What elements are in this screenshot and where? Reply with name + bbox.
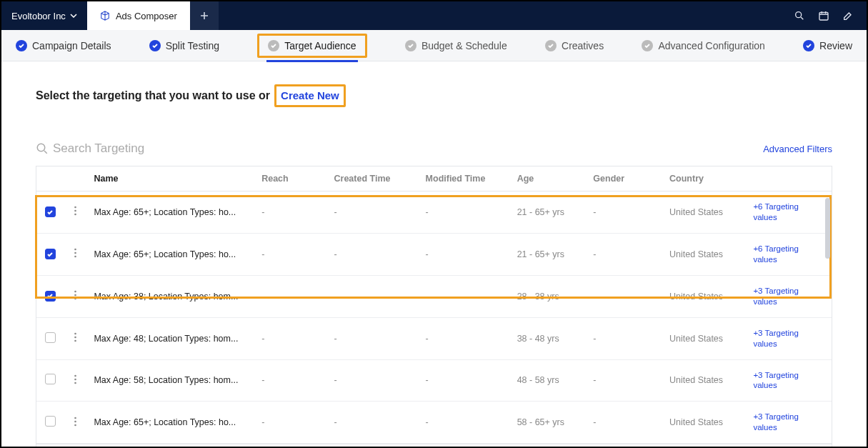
- check-icon: [149, 40, 161, 51]
- row-menu-button[interactable]: [74, 419, 76, 429]
- prompt-text: Select the targeting that you want to us…: [36, 89, 270, 102]
- cell-modified: -: [419, 317, 510, 359]
- svg-rect-1: [819, 12, 828, 20]
- cell-created: -: [327, 359, 419, 402]
- row-checkbox[interactable]: [45, 374, 56, 384]
- svg-point-5: [74, 214, 76, 216]
- svg-point-20: [74, 424, 76, 427]
- cell-gender: -: [586, 402, 662, 444]
- step-split-testing[interactable]: Split Testing: [149, 40, 219, 51]
- step-label: Budget & Schedule: [421, 40, 507, 51]
- cell-created: -: [327, 191, 419, 234]
- cell-name: Max Age: 65+; Location Types: ho...: [86, 191, 254, 234]
- svg-point-18: [74, 417, 76, 419]
- svg-point-13: [74, 337, 76, 339]
- cell-age: 58 - 65+ yrs: [510, 402, 587, 444]
- main-content: Select the targeting that you want to us…: [1, 61, 867, 448]
- row-checkbox[interactable]: [45, 416, 56, 427]
- table-row[interactable]: Max Age: 58; Location Types: hom... - - …: [36, 359, 832, 402]
- row-menu-button[interactable]: [74, 208, 76, 218]
- step-campaign-details[interactable]: Campaign Details: [16, 40, 111, 51]
- targeting-values-link[interactable]: +6 Targeting values: [753, 244, 824, 265]
- targeting-values-link[interactable]: +3 Targeting values: [753, 412, 824, 433]
- step-creatives[interactable]: Creatives: [545, 40, 604, 51]
- svg-point-6: [74, 249, 76, 251]
- check-icon: [405, 40, 416, 51]
- tab-label: Ads Composer: [116, 11, 177, 21]
- svg-point-2: [37, 144, 45, 151]
- cell-created: -: [327, 402, 419, 444]
- advanced-filters-link[interactable]: Advanced Filters: [763, 144, 832, 154]
- row-checkbox[interactable]: [45, 332, 56, 343]
- svg-point-3: [74, 206, 76, 209]
- cube-icon: [100, 11, 110, 21]
- step-label: Target Audience: [284, 40, 356, 51]
- svg-point-15: [74, 375, 76, 377]
- check-icon: [268, 40, 279, 51]
- search-icon[interactable]: [794, 10, 805, 21]
- col-country: Country: [662, 166, 746, 191]
- row-menu-button[interactable]: [74, 377, 76, 387]
- step-target-audience[interactable]: Target Audience: [257, 34, 366, 58]
- wizard-steps: Campaign Details Split Testing Target Au…: [1, 30, 867, 61]
- svg-point-8: [74, 256, 76, 258]
- cell-country: United States: [662, 359, 746, 402]
- cell-reach: -: [254, 233, 326, 275]
- org-name: Evoltobor Inc: [11, 11, 66, 21]
- svg-point-11: [74, 298, 76, 300]
- cell-reach: -: [254, 191, 326, 234]
- col-age: Age: [510, 166, 587, 191]
- tab-ads-composer[interactable]: Ads Composer: [87, 1, 190, 30]
- topbar-actions: [781, 1, 867, 30]
- cell-reach: -: [254, 359, 326, 402]
- cell-age: 48 - 58 yrs: [510, 359, 587, 402]
- check-icon: [16, 40, 27, 51]
- targeting-table: Name Reach Created Time Modified Time Ag…: [36, 166, 832, 448]
- svg-point-16: [74, 379, 76, 381]
- cell-name: Max Age: 65+; Location Types: ho...: [86, 402, 254, 444]
- table-row[interactable]: Max Age: 48; Location Types: hom... - - …: [36, 317, 832, 359]
- table-row[interactable]: Max Age: 65+; Location Types: ho... - - …: [36, 233, 832, 275]
- row-checkbox[interactable]: [45, 249, 56, 259]
- targeting-values-link[interactable]: +3 Targeting values: [753, 286, 824, 307]
- table-row[interactable]: Max Age: 65+; Location Types: ho... - - …: [36, 191, 832, 234]
- table-row[interactable]: Max Age: 65+; Location Types: ho... - - …: [36, 402, 832, 444]
- create-new-link[interactable]: Create New: [281, 89, 339, 101]
- targeting-values-link[interactable]: +3 Targeting values: [753, 328, 824, 349]
- calendar-icon[interactable]: [818, 10, 829, 21]
- col-created: Created Time: [327, 166, 419, 191]
- targeting-values-link[interactable]: +6 Targeting values: [753, 201, 824, 223]
- svg-point-9: [74, 291, 76, 293]
- table-row[interactable]: Max Age: 38; Location Types: hom... - - …: [36, 275, 832, 317]
- row-menu-button[interactable]: [74, 250, 76, 260]
- row-menu-button[interactable]: [74, 292, 76, 302]
- cell-name: Max Age: 58; Location Types: hom...: [86, 359, 254, 402]
- svg-point-12: [74, 333, 76, 335]
- cell-created: -: [327, 275, 419, 317]
- svg-point-4: [74, 210, 76, 212]
- cell-country: United States: [662, 191, 746, 234]
- org-switcher[interactable]: Evoltobor Inc: [1, 1, 87, 30]
- step-review[interactable]: Review: [803, 40, 852, 51]
- col-reach: Reach: [254, 166, 326, 191]
- pagination: Showing 1 - 20 of 326 Rows First Last: [36, 444, 832, 448]
- scrollbar[interactable]: [825, 198, 830, 259]
- step-budget-schedule[interactable]: Budget & Schedule: [405, 40, 507, 51]
- edit-icon[interactable]: [842, 10, 854, 21]
- targeting-values-link[interactable]: +3 Targeting values: [753, 370, 824, 392]
- search-input[interactable]: [53, 141, 210, 156]
- cell-name: Max Age: 48; Location Types: hom...: [86, 317, 254, 359]
- check-icon: [642, 40, 653, 51]
- cell-created: -: [327, 317, 419, 359]
- step-advanced-config[interactable]: Advanced Configuration: [642, 40, 764, 51]
- col-gender: Gender: [586, 166, 662, 191]
- search-targeting[interactable]: [36, 141, 210, 156]
- row-menu-button[interactable]: [74, 334, 76, 344]
- row-checkbox[interactable]: [45, 206, 56, 217]
- step-label: Split Testing: [166, 40, 219, 51]
- add-tab-button[interactable]: [190, 1, 219, 30]
- step-label: Campaign Details: [32, 40, 111, 51]
- cell-gender: -: [586, 317, 662, 359]
- cell-age: 21 - 65+ yrs: [510, 233, 587, 275]
- row-checkbox[interactable]: [45, 291, 56, 302]
